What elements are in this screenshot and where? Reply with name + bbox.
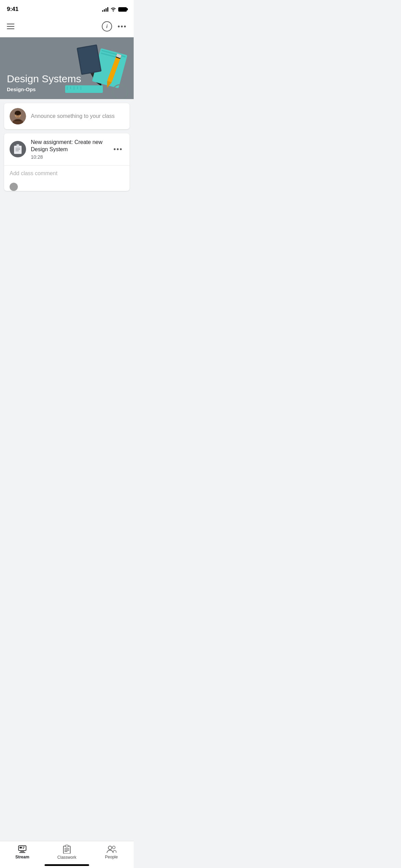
assignment-more-button[interactable]: ••• xyxy=(112,144,124,155)
svg-rect-29 xyxy=(15,148,20,148)
assignment-title: New assignment: Create new Design System xyxy=(31,139,107,153)
info-button[interactable]: i xyxy=(102,21,112,32)
announce-box[interactable]: Announce something to your class xyxy=(4,103,130,129)
comment-placeholder: Add class comment xyxy=(10,170,58,176)
hamburger-menu-button[interactable] xyxy=(7,24,14,29)
class-subtitle: Design-Ops xyxy=(7,86,81,92)
battery-icon xyxy=(118,7,127,12)
assignment-icon xyxy=(10,141,26,157)
signal-icon xyxy=(102,7,108,12)
top-nav: i ••• xyxy=(0,17,134,37)
banner-text: Design Systems Design-Ops xyxy=(7,73,81,92)
assignment-time: 10:28 xyxy=(31,154,107,160)
comment-area[interactable]: Add class comment xyxy=(4,166,130,181)
user-avatar xyxy=(10,108,26,124)
scroll-indicator xyxy=(10,183,18,191)
assignment-card: New assignment: Create new Design System… xyxy=(4,133,130,191)
svg-point-0 xyxy=(113,10,114,11)
more-options-button[interactable]: ••• xyxy=(118,23,127,31)
status-time: 9:41 xyxy=(7,6,19,13)
class-title: Design Systems xyxy=(7,73,81,85)
svg-rect-28 xyxy=(16,144,19,146)
status-icons xyxy=(102,7,127,12)
assignment-header: New assignment: Create new Design System… xyxy=(4,133,130,166)
wifi-icon xyxy=(110,7,116,12)
status-bar: 9:41 xyxy=(0,0,134,17)
assignment-info: New assignment: Create new Design System… xyxy=(31,139,107,160)
class-banner: Design Systems Design-Ops xyxy=(0,37,134,99)
announce-placeholder: Announce something to your class xyxy=(31,113,115,119)
nav-right-actions: i ••• xyxy=(102,21,127,32)
svg-rect-31 xyxy=(15,150,19,151)
svg-point-25 xyxy=(19,114,20,116)
main-content: Design Systems Design-Ops Announce xyxy=(0,37,134,229)
svg-point-24 xyxy=(16,114,17,116)
svg-point-13 xyxy=(112,85,127,99)
svg-rect-30 xyxy=(15,149,20,150)
